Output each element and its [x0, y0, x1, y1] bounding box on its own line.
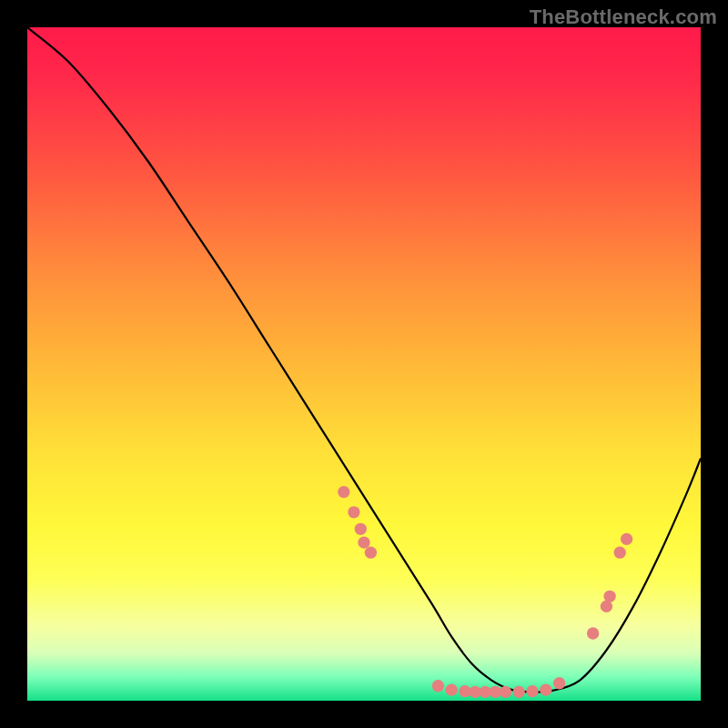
data-marker	[355, 523, 367, 535]
data-marker	[526, 685, 538, 697]
data-marker	[358, 536, 369, 548]
data-marker	[500, 686, 511, 698]
chart-container: TheBottleneck.com	[0, 0, 728, 728]
data-marker	[338, 486, 349, 498]
data-marker	[348, 506, 359, 518]
data-markers	[338, 486, 632, 698]
data-marker	[540, 684, 551, 696]
data-marker	[365, 547, 377, 559]
plot-area	[27, 27, 701, 701]
data-marker	[553, 677, 565, 689]
data-marker	[513, 686, 525, 698]
chart-svg	[27, 27, 701, 701]
data-marker	[587, 627, 599, 639]
data-marker	[621, 533, 632, 545]
watermark-text: TheBottleneck.com	[530, 5, 717, 29]
data-marker	[432, 680, 444, 692]
data-marker	[614, 547, 626, 559]
bottleneck-curve	[27, 27, 701, 693]
data-marker	[446, 684, 458, 696]
data-marker	[603, 591, 615, 602]
